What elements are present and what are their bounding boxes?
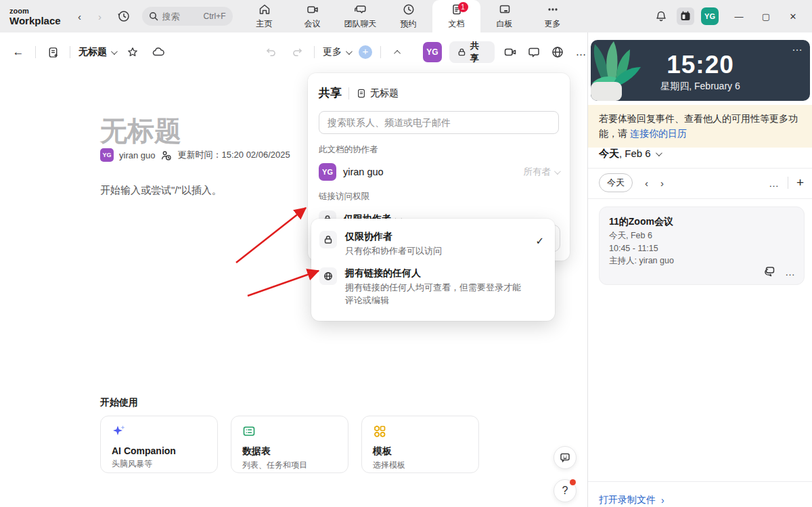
next-day-button[interactable]: › [660, 177, 664, 189]
undo-button[interactable] [263, 43, 280, 61]
redo-button[interactable] [288, 43, 306, 61]
start-video-icon[interactable] [502, 43, 518, 61]
collapse-toolbar-button[interactable] [389, 43, 407, 61]
divider [314, 46, 315, 58]
chevron-down-icon [656, 150, 662, 156]
globe-icon [319, 267, 337, 285]
get-started-cards: AI Companion 头脑风暴等 数据表 列表、任务和项目 模板 选择模板 [100, 416, 479, 473]
link-access-dropdown-menu: 仅限协作者 只有你和协作者可以访问 ✓ 拥有链接的任何人 拥有链接的任何人均可查… [311, 219, 555, 321]
main-navigation: 主页 会议 团队聊天 预约 1 文档 白板 更多 [240, 0, 577, 32]
updated-time: 更新时间：15:20 02/06/2025 [177, 149, 290, 161]
video-camera-icon [306, 3, 319, 16]
nav-meetings[interactable]: 会议 [288, 0, 336, 32]
toolbar-more-dropdown[interactable]: 更多 [323, 46, 351, 58]
comments-icon[interactable] [526, 43, 542, 61]
prev-day-button[interactable]: ‹ [645, 177, 648, 189]
add-event-button[interactable]: + [796, 175, 804, 190]
star-favorite-button[interactable] [124, 43, 141, 61]
clock-widget: … 15:20 星期四, February 6 [591, 40, 810, 101]
collaborator-role-dropdown: 所有者 [524, 166, 560, 178]
calendar-toolbar: 今天 ‹ › … + [599, 173, 804, 193]
collaborator-name: yiran guo [343, 167, 384, 177]
chevron-up-icon [394, 49, 401, 56]
divider [588, 481, 812, 482]
feedback-button[interactable] [554, 446, 577, 469]
history-back-button[interactable]: ‹ [74, 11, 85, 22]
doc-title-dropdown[interactable]: 无标题 [78, 46, 116, 58]
global-search[interactable]: Ctrl+F [142, 7, 233, 26]
datasheet-card[interactable]: 数据表 列表、任务和项目 [231, 416, 348, 473]
doc-meta-row: YG yiran guo 更新时间：15:20 02/06/2025 [100, 148, 290, 162]
recents-icon[interactable] [115, 7, 133, 25]
divider [380, 46, 381, 58]
maximize-button[interactable]: ▢ [752, 0, 780, 32]
chat-bubbles-icon [354, 3, 367, 16]
history-forward-button[interactable]: › [95, 11, 106, 22]
whiteboard-icon [498, 3, 512, 16]
new-doc-icon[interactable] [44, 43, 62, 61]
meeting-card[interactable]: 11的Zoom会议 今天, Feb 6 10:45 - 11:15 主持人: y… [599, 206, 805, 285]
meeting-chat-icon[interactable] [763, 265, 775, 278]
close-button[interactable]: ✕ [780, 0, 807, 32]
chevron-down-icon [554, 168, 561, 175]
date-header-dropdown[interactable]: 今天, Feb 6 [599, 148, 660, 160]
nav-team-chat[interactable]: 团队聊天 [336, 0, 384, 32]
person-clock-icon [160, 150, 172, 161]
help-button[interactable]: ? [554, 479, 577, 502]
nav-scheduler[interactable]: 预约 [384, 0, 432, 32]
document-icon [356, 88, 367, 99]
search-shortcut: Ctrl+F [204, 12, 226, 21]
divider [588, 198, 812, 199]
share-search-input[interactable] [319, 111, 559, 134]
connect-calendar-link[interactable]: 连接你的日历 [630, 128, 687, 139]
chevron-down-icon [111, 48, 118, 55]
today-button[interactable]: 今天 [599, 173, 633, 192]
share-dialog-title: 共享 [319, 85, 342, 101]
share-button[interactable]: 共享 [449, 41, 495, 63]
docs-badge: 1 [458, 2, 468, 12]
calendar-widget-button[interactable] [677, 7, 694, 25]
meeting-more-button[interactable]: … [785, 266, 796, 278]
cloud-save-icon[interactable] [150, 43, 167, 61]
add-block-button[interactable]: + [359, 45, 372, 59]
ai-companion-card[interactable]: AI Companion 头脑风暴等 [100, 416, 218, 473]
nav-home[interactable]: 主页 [240, 0, 288, 32]
doc-title-placeholder[interactable]: 无标题 [100, 112, 181, 150]
open-recordings-link[interactable]: 打开录制文件 › [599, 494, 664, 506]
collaborator-avatar: YG [319, 163, 336, 181]
back-button[interactable]: ← [9, 43, 27, 61]
home-icon [258, 3, 271, 16]
templates-icon [373, 424, 386, 438]
templates-card[interactable]: 模板 选择模板 [361, 416, 479, 473]
clock-icon [402, 3, 415, 16]
document-toolbar: ← 无标题 更多 + YG [0, 32, 587, 72]
calendar-more-button[interactable]: … [769, 177, 780, 189]
nav-whiteboard[interactable]: 白板 [480, 0, 528, 32]
datasheet-icon [242, 424, 256, 438]
arrow-to-access-trigger [236, 208, 306, 263]
user-avatar[interactable]: YG [701, 7, 719, 25]
publish-globe-icon[interactable] [549, 43, 566, 61]
author-name: yiran guo [119, 150, 155, 160]
zoom-workplace-logo: zoom Workplace [9, 7, 61, 26]
get-started-heading: 开始使用 [100, 397, 138, 409]
option-anyone-with-link[interactable]: 拥有链接的任何人 拥有链接的任何人均可查看，但需要登录才能评论或编辑 [311, 263, 555, 313]
doc-body-placeholder[interactable]: 开始输入或尝试"/"以插入。 [100, 184, 222, 197]
option-collaborators-only[interactable]: 仅限协作者 只有你和协作者可以访问 ✓ [311, 227, 555, 263]
nav-more[interactable]: 更多 [528, 0, 577, 32]
chevron-right-icon: › [661, 495, 664, 506]
clock-date: 星期四, February 6 [591, 81, 810, 93]
collaborator-avatar[interactable]: YG [423, 42, 442, 62]
search-input[interactable] [162, 12, 198, 22]
calendar-sidebar: … 15:20 星期四, February 6 若要体验回复事件、查看他人的可用… [587, 32, 812, 507]
author-avatar: YG [100, 148, 114, 162]
more-dots-icon [546, 3, 560, 16]
notifications-bell-icon[interactable] [652, 7, 670, 25]
arrow-to-anyone-option [248, 271, 319, 296]
nav-docs[interactable]: 1 文档 [432, 0, 480, 32]
lock-icon [319, 231, 337, 248]
divider [70, 46, 70, 58]
lock-icon [457, 47, 466, 57]
feedback-bubble-icon [559, 451, 571, 464]
minimize-button[interactable]: — [725, 0, 752, 32]
